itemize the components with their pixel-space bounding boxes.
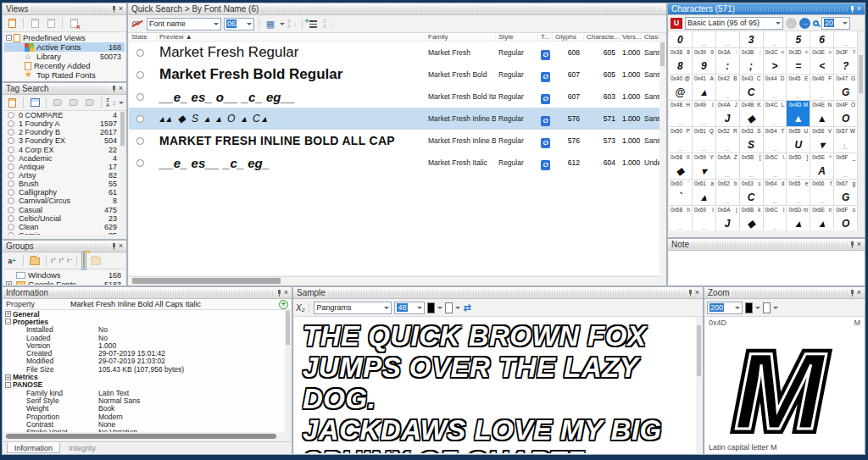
character-cell[interactable]: 0x4D M ▲ [787,101,810,127]
close-icon[interactable]: × [119,5,123,13]
glyph-color-swatch[interactable] [745,302,753,313]
property-row[interactable]: File Size 105.43 KB (107,956 bytes) [3,365,285,373]
tag-state-circle[interactable] [8,207,14,213]
character-cell[interactable]: 0x4B K ◆ [740,101,764,127]
character-cell[interactable]: 0x54 T _ [764,127,787,153]
character-cell[interactable]: 0x3F ? ? [834,48,858,75]
close-icon[interactable]: × [119,242,123,250]
chevron-down-icon[interactable] [437,307,442,312]
pin-icon[interactable] [688,290,693,297]
tag-option-button[interactable] [51,96,64,109]
font-state-cell[interactable] [129,155,157,170]
sort-az-icon[interactable]: ZA [106,97,109,108]
column-type[interactable]: T... [538,33,553,41]
column-glyphs[interactable]: Glyphs [553,33,584,41]
views-tree-item[interactable]: Recently Added [4,61,125,70]
views-tree-item[interactable]: Ungrouped Fonts [4,80,125,80]
new-group-button[interactable]: a+ [5,254,19,268]
note-editor[interactable] [669,251,864,285]
duplicate-view-button[interactable] [28,17,42,30]
font-row[interactable]: Market Fresh Bold Regular Market Fresh B… [129,64,659,86]
tag-state-circle[interactable] [8,224,14,230]
pin-icon[interactable] [277,290,281,297]
tag-scrollbar[interactable] [120,111,125,235]
tag-state-circle[interactable] [8,172,14,179]
font-state-cell[interactable] [129,133,157,148]
column-version[interactable]: Vers... [620,33,642,41]
chevron-down-icon[interactable] [773,307,778,312]
new-view-button[interactable] [5,17,19,30]
views-tree-item[interactable]: Library 50073 [4,52,125,61]
sample-preview-area[interactable]: THE QUICK BROWN FOX JUMPS OVER THE LAZY … [294,317,696,453]
tag-row[interactable]: Artsy 82 [4,171,120,180]
group-options-button[interactable] [89,254,103,268]
sample-preset-combo[interactable]: Pangrams [314,302,392,314]
character-cell[interactable]: 0x4A J J [716,101,740,127]
new-tag-button[interactable] [5,96,19,109]
collapse-icon[interactable]: - [6,35,12,41]
character-cell[interactable]: 0x37 7 _ [834,31,858,48]
search-icon[interactable] [813,20,819,26]
character-cell[interactable]: 0x42 B _ [716,75,740,101]
scrollbar-thumb[interactable] [660,42,665,66]
character-cell[interactable]: 0x38 8 8 [669,48,693,75]
tag-row[interactable]: 4 Corp EX 22 [4,146,120,154]
pin-icon[interactable] [850,290,854,297]
group-row[interactable]: + Google Fonts 5183 [4,280,125,285]
search-text-combo[interactable]: 06 [224,18,254,30]
tag-row[interactable]: 0 COMPARE 4 [4,111,120,119]
character-cell[interactable]: 0x35 5 5 [787,31,810,48]
character-cell[interactable]: 0x69 i _ [693,206,716,230]
character-cell[interactable]: 0x4C L _ [764,101,787,127]
character-cell[interactable]: 0x39 9 9 [693,48,716,75]
property-row[interactable]: Version 1.000 [3,341,285,349]
information-panel-header[interactable]: Information × [3,287,292,299]
scrollbar-thumb[interactable] [286,311,290,345]
scrollbar-thumb[interactable] [120,112,125,146]
tag-state-circle[interactable] [8,197,14,204]
close-icon[interactable]: × [857,289,861,297]
tag-row[interactable]: 2 Foundry B 2617 [4,128,120,136]
font-table-vscrollbar[interactable] [659,42,665,275]
character-cell[interactable]: 0x56 V ▾ [810,127,834,153]
close-icon[interactable]: × [857,241,861,248]
character-cell[interactable]: 0x58 X ◆ [669,153,693,180]
views-tree-item[interactable]: Top Rated Fonts [4,70,125,80]
character-cell[interactable]: 0x6C l _ [764,206,787,230]
tag-row[interactable]: Celtic/Uncial 23 [4,214,120,223]
views-tree-item[interactable]: Active Fonts 168 [4,42,125,52]
tag-state-circle[interactable] [8,120,14,127]
information-tab[interactable]: Information [7,442,60,453]
tree-root-predefined-views[interactable]: - Predefined Views [4,33,125,42]
column-classification[interactable]: Classification [642,33,659,41]
close-icon[interactable]: × [695,289,699,297]
tag-state-circle[interactable] [8,129,14,136]
tag-option-button[interactable] [67,96,81,109]
next-block-button[interactable]: → [799,18,810,29]
search-by-combo[interactable]: Font name [147,18,221,30]
close-icon[interactable]: × [119,85,123,92]
character-cell[interactable]: 0x4F O O [834,101,858,127]
tag-state-circle[interactable] [8,155,14,162]
character-cell[interactable]: 0x51 Q _ [693,127,716,153]
close-icon[interactable]: × [284,289,288,297]
character-cell[interactable]: 0x5C \ _ [764,153,787,180]
column-characters[interactable]: Characte... [584,33,620,41]
tag-row[interactable]: 1 Foundry A 1597 [4,119,120,128]
character-cell[interactable]: 0x64 d _ [764,180,787,206]
property-row[interactable]: Modified 29-07-2019 21:03:02 [3,357,285,365]
tag-row[interactable]: Brush 55 [4,180,120,188]
character-cell[interactable]: 0x66 f _ [810,180,834,206]
group-row[interactable]: + Windows 168 [4,270,125,280]
scrollbar-thumb[interactable] [132,278,281,284]
chevron-down-icon[interactable] [455,307,460,312]
previous-block-button[interactable]: ← [786,18,797,29]
sort-arrow-icon[interactable]: ↓ [112,99,116,107]
section-expander-icon[interactable]: + [5,311,11,317]
character-cell[interactable]: 0x5E ^ A [810,153,834,180]
chevron-down-icon[interactable] [119,102,124,107]
character-cell[interactable]: 0x65 e _ [787,180,810,206]
sample-panel-header[interactable]: Sample × [293,287,703,299]
information-hscrollbar[interactable] [4,433,283,441]
tag-row[interactable]: Casual 475 [4,206,120,214]
